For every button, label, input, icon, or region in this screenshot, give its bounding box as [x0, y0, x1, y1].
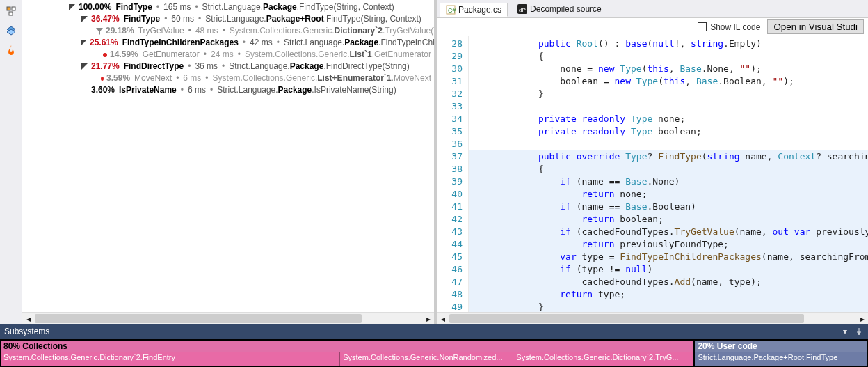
subsystem-block[interactable]: 80% CollectionsSystem.Collections.Generi…: [0, 340, 694, 367]
left-toolbar: [0, 0, 22, 324]
function-name: MoveNext: [134, 72, 172, 84]
svg-text:C#: C#: [448, 7, 456, 14]
hotspot-dot-icon: [103, 53, 107, 57]
call-tree-icon[interactable]: [3, 3, 19, 19]
tree-row[interactable]: 3.59%MoveNext•6 ms•System.Collections.Ge…: [26, 72, 431, 84]
expand-toggle-icon[interactable]: [81, 63, 88, 70]
tree-row[interactable]: 25.61%FindTypeInChildrenPackages•42 ms•S…: [26, 37, 431, 49]
signature: System.Collections.Generic.List+Enumerat…: [213, 72, 431, 84]
subsystem-cell[interactable]: System.Collections.Generic.Dictionary`2.…: [1, 352, 340, 366]
scroll-left-icon[interactable]: ◂: [437, 313, 449, 325]
code-h-scrollbar[interactable]: ◂ ▸: [437, 312, 868, 324]
code-line: return none;: [469, 188, 868, 201]
subsystem-cell[interactable]: System.Collections.Generic.Dictionary`2.…: [513, 352, 693, 366]
expand-toggle-icon[interactable]: [81, 39, 87, 47]
open-in-vs-button[interactable]: Open in Visual Studi: [767, 19, 864, 34]
function-name: TryGetValue: [138, 25, 184, 37]
scroll-right-icon[interactable]: ▸: [422, 313, 434, 325]
svg-rect-0: [7, 7, 10, 10]
tab-package-cs[interactable]: C# Package.cs: [440, 3, 508, 17]
tree-h-scrollbar[interactable]: ◂ ▸: [22, 312, 434, 324]
call-tree-pane: 100.00%FindType•165 ms•Strict.Language.P…: [22, 0, 437, 324]
code-line: return boolean;: [469, 213, 868, 226]
code-options-bar: Show IL code Open in Visual Studi: [437, 18, 868, 36]
code-line: {: [469, 50, 868, 63]
scroll-right-icon[interactable]: ▸: [856, 313, 868, 325]
subsystem-label: 20% User code: [695, 341, 867, 352]
code-line: private readonly Type boolean;: [469, 125, 868, 138]
tab-decompiled[interactable]: dP Decompiled source: [512, 3, 607, 15]
line-number: 49: [437, 301, 463, 312]
signature: System.Collections.Generic.List`1.GetEnu…: [245, 49, 431, 61]
tree-row[interactable]: 3.60%IsPrivateName•6 ms•Strict.Language.…: [26, 84, 431, 96]
code-line: private readonly Type none;: [469, 113, 868, 125]
svg-rect-1: [12, 7, 15, 10]
line-number: 44: [437, 238, 463, 251]
show-il-label: Show IL code: [710, 22, 760, 32]
percent-value: 3.60%: [91, 84, 115, 96]
tree-row[interactable]: 14.59%GetEnumerator•24 ms•System.Collect…: [26, 49, 431, 61]
tree-row[interactable]: 29.18%TryGetValue•48 ms•System.Collectio…: [26, 25, 431, 37]
expand-toggle-icon: [93, 51, 100, 58]
expand-toggle-icon: [93, 75, 98, 82]
line-number: 45: [437, 251, 463, 263]
line-number: 29: [437, 50, 463, 63]
scroll-thumb[interactable]: [35, 314, 362, 323]
code-line: public Root() : base(null!, string.Empty…: [469, 38, 868, 50]
code-tabbar: C# Package.cs dP Decompiled source: [437, 0, 868, 18]
percent-value: 100.00%: [79, 1, 111, 13]
scroll-left-icon[interactable]: ◂: [22, 313, 34, 325]
dotpeek-icon: dP: [517, 4, 527, 14]
tree-row[interactable]: 21.77%FindDirectType•36 ms•Strict.Langua…: [26, 61, 431, 72]
function-name: FindType: [115, 1, 152, 13]
call-tree[interactable]: 100.00%FindType•165 ms•Strict.Language.P…: [22, 0, 434, 312]
tab-label: Decompiled source: [530, 4, 602, 14]
svg-text:dP: dP: [519, 7, 526, 13]
tree-row[interactable]: 36.47%FindType•60 ms•Strict.Language.Pac…: [26, 13, 431, 25]
svg-rect-2: [9, 12, 13, 15]
layers-icon[interactable]: [3, 22, 19, 39]
subsystem-block[interactable]: 20% User codeStrict.Language.Package+Roo…: [694, 340, 868, 367]
percent-value: 3.59%: [106, 72, 130, 84]
line-number: 31: [437, 75, 463, 88]
subsystems-header: Subsystems ▾: [0, 324, 868, 339]
tree-row[interactable]: 100.00%FindType•165 ms•Strict.Language.P…: [26, 1, 431, 13]
scroll-thumb[interactable]: [449, 314, 804, 323]
subsystem-cell[interactable]: System.Collections.Generic.NonRandomized…: [340, 352, 513, 366]
function-name: FindType: [124, 13, 160, 25]
signature: Strict.Language.Package.FindDirectType(S…: [229, 61, 409, 72]
signature: Strict.Language.Package.FindTypeInChildr…: [284, 37, 434, 49]
code-line: var type = FindTypeInChildrenPackages(na…: [469, 251, 868, 263]
flame-icon[interactable]: [3, 42, 19, 58]
code-lines: public Root() : base(null!, string.Empty…: [469, 36, 868, 312]
expand-toggle-icon[interactable]: [81, 15, 88, 23]
show-il-checkbox[interactable]: Show IL code: [698, 22, 760, 32]
hotspot-dot-icon: [101, 77, 104, 81]
pin-icon[interactable]: [854, 327, 864, 336]
percent-value: 25.61%: [90, 37, 118, 49]
time-value: 6 ms: [183, 72, 201, 84]
time-value: 48 ms: [195, 25, 218, 37]
checkbox-box-icon: [698, 22, 707, 31]
csharp-file-icon: C#: [446, 5, 456, 15]
code-line: [469, 100, 868, 113]
code-line: {: [469, 163, 868, 175]
expand-toggle-icon[interactable]: [68, 3, 76, 11]
code-line: cachedFoundTypes.Add(name, type);: [469, 276, 868, 288]
code-line: boolean = new Type(this, Base.Boolean, "…: [469, 75, 868, 88]
function-name: GetEnumerator: [143, 49, 200, 61]
percent-value: 36.47%: [91, 13, 120, 25]
function-name: IsPrivateName: [119, 84, 177, 96]
code-line: if (name == Base.None): [469, 175, 868, 188]
line-number: 37: [437, 150, 463, 163]
code-line: return previouslyFoundType;: [469, 238, 868, 251]
line-number: 48: [437, 288, 463, 301]
percent-value: 29.18%: [106, 25, 134, 37]
subsystem-cell[interactable]: Strict.Language.Package+Root.FindType: [695, 352, 867, 366]
code-editor[interactable]: 2829303132333435363738394041424344454647…: [437, 36, 868, 312]
line-number: 33: [437, 100, 463, 113]
time-value: 60 ms: [171, 13, 194, 25]
subsystems-bar[interactable]: 80% CollectionsSystem.Collections.Generi…: [0, 339, 868, 367]
dropdown-icon[interactable]: ▾: [840, 327, 850, 336]
code-line: }: [469, 88, 868, 100]
